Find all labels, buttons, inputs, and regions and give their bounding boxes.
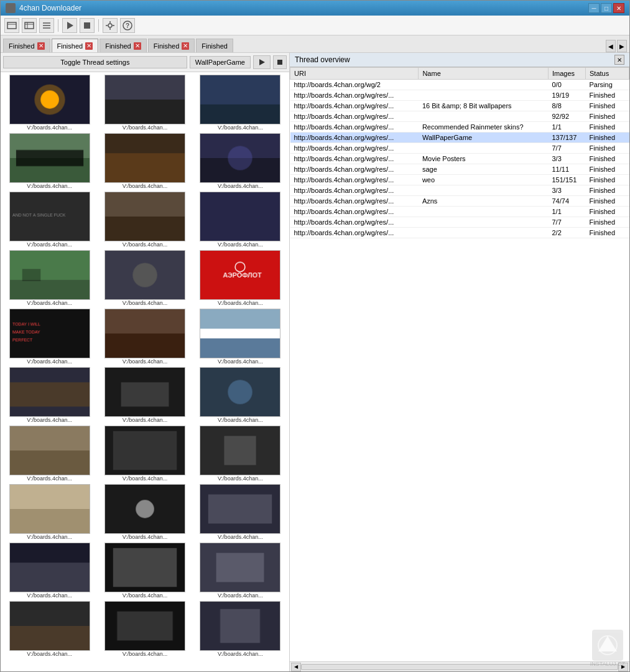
image-cell-4[interactable]: V:/boards.4chan... <box>3 133 96 189</box>
toggle-thread-settings-button[interactable]: Toggle Thread settings <box>3 56 187 68</box>
table-row[interactable]: http://boards.4chan.org/wg/res/...weo151… <box>290 175 629 185</box>
image-cell-25[interactable]: V:/boards.4chan... <box>3 543 96 599</box>
image-cell-17[interactable]: V:/boards.4chan... <box>98 367 191 423</box>
image-thumb-20[interactable] <box>104 426 185 475</box>
horizontal-scrollbar[interactable]: ◀ ▶ <box>290 661 629 671</box>
table-row[interactable]: http://boards.4chan.org/wg/res/...92/92F… <box>290 111 629 122</box>
thread-play-button[interactable] <box>253 55 271 69</box>
tab-scroll-left[interactable]: ◀ <box>606 40 616 52</box>
image-cell-12[interactable]: V:/boards.4chan... <box>194 250 287 306</box>
table-row[interactable]: http://boards.4chan.org/wg/res/...2/2Fin… <box>290 228 629 238</box>
image-cell-5[interactable]: V:/boards.4chan... <box>98 133 191 189</box>
col-name[interactable]: Name <box>419 68 549 80</box>
image-cell-9[interactable]: V:/boards.4chan... <box>194 192 287 248</box>
image-thumb-29[interactable] <box>104 601 185 651</box>
overview-close-button[interactable]: ✕ <box>614 55 624 65</box>
settings-button[interactable] <box>103 18 118 33</box>
image-cell-7[interactable]: V:/boards.4chan... <box>3 192 96 248</box>
image-cell-20[interactable]: V:/boards.4chan... <box>98 426 191 482</box>
image-thumb-7[interactable] <box>9 192 90 241</box>
image-cell-8[interactable]: V:/boards.4chan... <box>98 192 191 248</box>
image-cell-13[interactable]: V:/boards.4chan... <box>3 309 96 365</box>
image-cell-6[interactable]: V:/boards.4chan... <box>194 133 287 189</box>
image-thumb-27[interactable] <box>200 543 280 592</box>
maximize-button[interactable]: □ <box>601 3 612 13</box>
image-cell-24[interactable]: V:/boards.4chan... <box>194 484 287 540</box>
image-thumb-10[interactable] <box>9 250 90 300</box>
tab-3[interactable]: Finished ✕ <box>100 39 147 52</box>
image-thumb-9[interactable] <box>200 192 280 241</box>
tab-4[interactable]: Finished ✕ <box>148 39 195 52</box>
image-thumb-5[interactable] <box>104 133 185 183</box>
tab-2-close[interactable]: ✕ <box>85 42 93 50</box>
tab-scroll-right[interactable]: ▶ <box>617 40 627 52</box>
image-thumb-26[interactable] <box>104 543 185 592</box>
image-thumb-8[interactable] <box>104 192 185 241</box>
image-cell-3[interactable]: V:/boards.4chan... <box>194 75 287 131</box>
close-button[interactable]: ✕ <box>613 3 624 13</box>
image-thumb-22[interactable] <box>9 484 90 534</box>
table-row[interactable]: http://boards.4chan.org/wg/res/...7/7Fin… <box>290 217 629 228</box>
table-row[interactable]: http://boards.4chan.org/wg/res/...16 Bit… <box>290 101 629 111</box>
image-cell-19[interactable]: V:/boards.4chan... <box>3 426 96 482</box>
table-row[interactable]: http://boards.4chan.org/wg/res/...Movie … <box>290 154 629 164</box>
image-thumb-4[interactable] <box>9 133 90 183</box>
table-row[interactable]: http://boards.4chan.org/wg/res/...1/1Fin… <box>290 207 629 217</box>
image-thumb-25[interactable] <box>9 543 90 592</box>
tab-3-close[interactable]: ✕ <box>134 42 141 50</box>
table-row[interactable]: http://boards.4chan.org/wg/20/0Parsing <box>290 80 629 90</box>
table-row[interactable]: http://boards.4chan.org/wg/res/...Recomm… <box>290 122 629 133</box>
image-thumb-17[interactable] <box>104 367 185 417</box>
table-row[interactable]: http://boards.4chan.org/wg/res/...19/19F… <box>290 90 629 101</box>
image-cell-23[interactable]: V:/boards.4chan... <box>98 484 191 540</box>
image-thumb-16[interactable] <box>9 367 90 417</box>
image-thumb-21[interactable] <box>200 426 280 475</box>
image-cell-18[interactable]: V:/boards.4chan... <box>194 367 287 423</box>
scroll-left-button[interactable]: ◀ <box>291 663 301 671</box>
image-cell-14[interactable]: V:/boards.4chan... <box>98 309 191 365</box>
image-cell-28[interactable]: V:/boards.4chan... <box>3 601 96 657</box>
image-thumb-14[interactable] <box>104 309 185 358</box>
image-cell-11[interactable]: V:/boards.4chan... <box>98 250 191 306</box>
table-row[interactable]: http://boards.4chan.org/wg/res/...Azns74… <box>290 196 629 207</box>
add-url-button[interactable] <box>22 18 37 33</box>
image-thumb-1[interactable] <box>9 75 90 124</box>
image-cell-16[interactable]: V:/boards.4chan... <box>3 367 96 423</box>
image-thumb-18[interactable] <box>200 367 280 417</box>
list-view-button[interactable] <box>39 18 54 33</box>
image-cell-1[interactable]: V:/boards.4chan... <box>3 75 96 131</box>
image-grid-container[interactable]: V:/boards.4chan...V:/boards.4chan...V:/b… <box>1 72 289 671</box>
image-thumb-11[interactable] <box>104 250 185 300</box>
play-toolbar-button[interactable] <box>62 18 77 33</box>
stop-toolbar-button[interactable] <box>80 18 95 33</box>
tab-1[interactable]: Finished ✕ <box>3 39 50 52</box>
image-cell-29[interactable]: V:/boards.4chan... <box>98 601 191 657</box>
table-row[interactable]: http://boards.4chan.org/wg/res/...WallPa… <box>290 133 629 143</box>
image-thumb-28[interactable] <box>9 601 90 651</box>
table-row[interactable]: http://boards.4chan.org/wg/res/...sage11… <box>290 164 629 175</box>
tab-2[interactable]: Finished ✕ <box>52 39 99 52</box>
add-thread-button[interactable] <box>4 18 19 33</box>
tab-5[interactable]: Finished <box>196 39 233 52</box>
image-cell-26[interactable]: V:/boards.4chan... <box>98 543 191 599</box>
image-thumb-15[interactable] <box>200 309 280 358</box>
about-button[interactable]: ? <box>120 18 135 33</box>
image-thumb-12[interactable] <box>200 250 280 300</box>
col-uri[interactable]: URI <box>290 68 419 80</box>
image-cell-30[interactable]: V:/boards.4chan... <box>194 601 287 657</box>
scrollbar-track[interactable] <box>301 664 618 670</box>
image-cell-2[interactable]: V:/boards.4chan... <box>98 75 191 131</box>
tab-1-close[interactable]: ✕ <box>37 42 45 50</box>
col-status[interactable]: Status <box>586 68 629 80</box>
image-thumb-3[interactable] <box>200 75 280 124</box>
image-thumb-19[interactable] <box>9 426 90 475</box>
image-cell-15[interactable]: V:/boards.4chan... <box>194 309 287 365</box>
image-thumb-24[interactable] <box>200 484 280 534</box>
image-thumb-2[interactable] <box>104 75 185 124</box>
image-thumb-30[interactable] <box>200 601 280 651</box>
image-cell-10[interactable]: V:/boards.4chan... <box>3 250 96 306</box>
minimize-button[interactable]: ─ <box>588 3 600 13</box>
image-thumb-13[interactable] <box>9 309 90 358</box>
table-row[interactable]: http://boards.4chan.org/wg/res/...3/3Fin… <box>290 185 629 196</box>
col-images[interactable]: Images <box>549 68 586 80</box>
